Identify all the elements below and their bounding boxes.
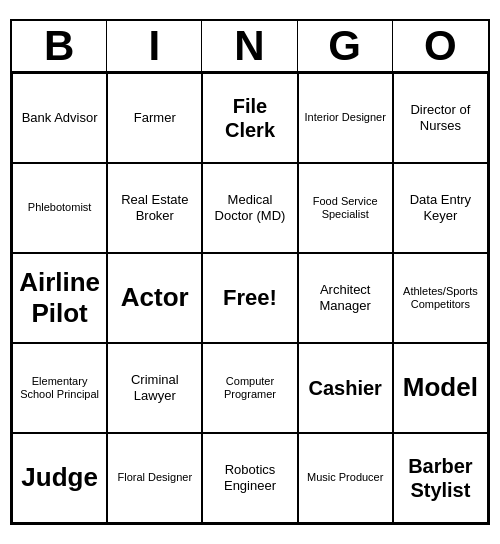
bingo-cell-13: Architect Manager [298,253,393,343]
bingo-cell-3: Interior Designer [298,73,393,163]
bingo-cell-7: Medical Doctor (MD) [202,163,297,253]
bingo-cell-10: Airline Pilot [12,253,107,343]
letter-b: B [12,21,107,71]
bingo-cell-24: Barber Stylist [393,433,488,523]
bingo-cell-9: Data Entry Keyer [393,163,488,253]
bingo-card: B I N G O Bank AdvisorFarmerFile ClerkIn… [10,19,490,525]
bingo-cell-5: Phlebotomist [12,163,107,253]
bingo-cell-14: Athletes/Sports Competitors [393,253,488,343]
bingo-cell-6: Real Estate Broker [107,163,202,253]
bingo-cell-12: Free! [202,253,297,343]
bingo-cell-1: Farmer [107,73,202,163]
bingo-cell-0: Bank Advisor [12,73,107,163]
bingo-cell-11: Actor [107,253,202,343]
bingo-cell-16: Criminal Lawyer [107,343,202,433]
letter-n: N [202,21,297,71]
letter-g: G [298,21,393,71]
bingo-cell-23: Music Producer [298,433,393,523]
bingo-cell-21: Floral Designer [107,433,202,523]
bingo-header: B I N G O [12,21,488,73]
bingo-grid: Bank AdvisorFarmerFile ClerkInterior Des… [12,73,488,523]
bingo-cell-2: File Clerk [202,73,297,163]
letter-i: I [107,21,202,71]
bingo-cell-20: Judge [12,433,107,523]
bingo-cell-19: Model [393,343,488,433]
bingo-cell-15: Elementary School Principal [12,343,107,433]
bingo-cell-4: Director of Nurses [393,73,488,163]
bingo-cell-8: Food Service Specialist [298,163,393,253]
bingo-cell-18: Cashier [298,343,393,433]
letter-o: O [393,21,488,71]
bingo-cell-17: Computer Programer [202,343,297,433]
bingo-cell-22: Robotics Engineer [202,433,297,523]
